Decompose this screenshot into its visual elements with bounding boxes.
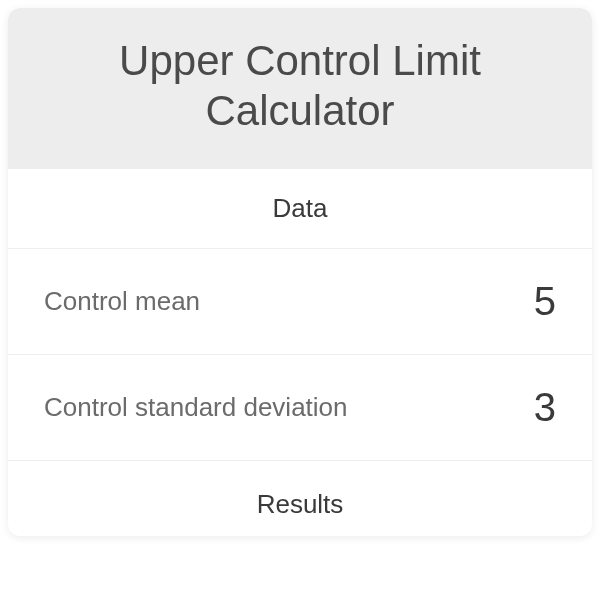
label-control-mean: Control mean	[44, 286, 200, 317]
label-control-std: Control standard deviation	[44, 392, 348, 423]
calculator-card: Upper Control Limit Calculator Data Cont…	[8, 8, 592, 536]
section-header-results: Results	[8, 461, 592, 536]
input-row-control-mean[interactable]: Control mean 5	[8, 249, 592, 355]
value-control-mean[interactable]: 5	[496, 279, 556, 324]
input-row-control-std[interactable]: Control standard deviation 3	[8, 355, 592, 461]
page-title: Upper Control Limit Calculator	[48, 36, 552, 137]
section-header-data: Data	[8, 169, 592, 249]
value-control-std[interactable]: 3	[496, 385, 556, 430]
card-header: Upper Control Limit Calculator	[8, 8, 592, 169]
